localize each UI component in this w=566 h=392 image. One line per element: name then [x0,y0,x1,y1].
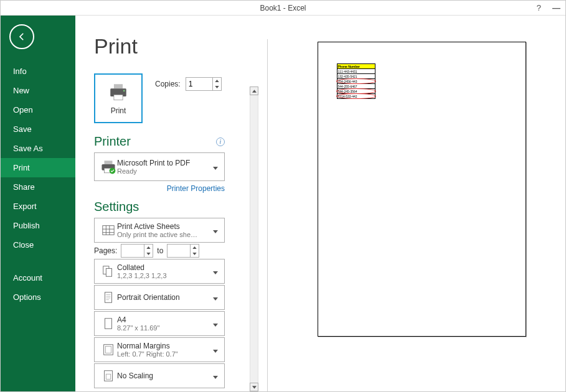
pages-to-label: to [157,246,163,255]
pages-from-input[interactable] [121,245,144,257]
print-preview: Phone Number 111-443-4431 132-435-5421 2… [278,34,565,391]
copies-up-icon[interactable] [213,78,221,84]
sidebar-item-share[interactable]: Share [1,177,75,197]
margins-dropdown[interactable]: Normal Margins Left: 0.7" Right: 0.7" [94,337,225,362]
pages-to-spinner[interactable] [167,244,199,258]
sidebar-item-close[interactable]: Close [1,235,75,254]
printer-properties-link[interactable]: Printer Properties [167,184,225,193]
sidebar-item-publish[interactable]: Publish [1,216,75,235]
copies-row: Copies: [155,77,222,91]
preview-cell: 5214-533-442 [337,94,375,99]
printer-dropdown[interactable]: Microsoft Print to PDF Ready [94,152,225,181]
sidebar-item-info[interactable]: Info [1,62,75,81]
printer-heading: Printer [94,134,131,149]
scroll-up-icon[interactable] [250,86,258,95]
up-icon[interactable] [191,245,199,251]
svg-rect-12 [105,319,112,329]
preview-cell: 111-443-4431 [337,69,375,74]
printer-icon [108,82,129,103]
preview-cell: 544-245-3564 [337,89,375,94]
main-area: Print Print Copies: [75,16,565,391]
chevron-down-icon [213,370,219,381]
pages-label: Pages: [94,246,117,255]
sidebar-item-save[interactable]: Save [1,119,75,139]
copies-input[interactable] [186,78,212,90]
preview-header: Phone Number [337,64,375,69]
svg-point-3 [123,90,125,91]
svg-rect-10 [106,268,111,276]
sidebar-item-account[interactable]: Account [1,268,75,287]
copies-label: Copies: [155,80,181,88]
printer-name: Microsoft Print to PDF [117,159,213,167]
collate-dropdown[interactable]: Collated 1,2,3 1,2,3 1,2,3 [94,259,225,284]
margins-icon [100,343,117,357]
sidebar-item-options[interactable]: Options [1,287,75,307]
sidebar-item-new[interactable]: New [1,81,75,100]
pages-from-spinner[interactable] [121,244,153,258]
collate-sub: 1,2,3 1,2,3 1,2,3 [117,272,213,279]
print-button[interactable]: Print [94,73,143,123]
window-title: Book1 - Excel [260,4,306,12]
preview-cell: 544-255-6467 [337,84,375,89]
settings-heading: Settings [94,200,225,214]
copies-spinner[interactable] [186,77,222,91]
sheets-icon [100,223,117,237]
preview-cell: 132-435-5421 [337,74,375,79]
scroll-down-icon[interactable] [250,383,258,391]
page-title: Print [94,34,250,58]
titlebar: Book1 - Excel ? — [1,1,565,16]
scroll-track[interactable] [250,95,258,383]
scaling-icon [100,369,117,383]
preview-cell: 254-2456-443 [337,79,375,84]
up-icon[interactable] [144,245,153,251]
printer-status: Ready [117,167,213,175]
down-icon[interactable] [191,251,199,257]
chevron-down-icon [213,266,219,277]
back-arrow-icon [16,30,28,43]
collate-icon [100,264,117,278]
svg-rect-14 [105,347,111,353]
chevron-down-icon [213,292,219,303]
print-settings-pane: Print Print Copies: [75,34,250,391]
chevron-down-icon [213,161,219,172]
page-icon [100,317,117,330]
back-button[interactable] [9,24,34,49]
svg-rect-4 [105,161,113,164]
window-controls: ? — [537,3,560,12]
scaling-dropdown[interactable]: No Scaling [94,363,225,388]
print-what-sub: Only print the active she… [117,231,213,238]
print-what-dropdown[interactable]: Print Active Sheets Only print the activ… [94,218,225,243]
orientation-dropdown[interactable]: Portrait Orientation [94,285,225,310]
svg-rect-0 [114,84,123,88]
chevron-down-icon [213,225,219,236]
backstage-body: Info New Open Save Save As Print Share E… [1,16,565,391]
chevron-down-icon [213,344,219,355]
print-button-label: Print [111,106,126,115]
portrait-icon [100,291,117,304]
paper-sub: 8.27" x 11.69" [117,324,213,332]
sidebar-item-saveas[interactable]: Save As [1,139,75,158]
help-icon[interactable]: ? [537,3,541,12]
minimize-icon[interactable]: — [552,3,560,12]
collate-title: Collated [117,263,213,272]
orientation-title: Portrait Orientation [117,293,213,302]
chevron-down-icon [213,318,219,329]
margins-title: Normal Margins [117,342,213,350]
pages-to-input[interactable] [167,245,190,257]
print-row: Print Copies: [94,73,250,123]
printer-properties-row: Printer Properties [94,182,225,194]
down-icon[interactable] [144,251,153,257]
printer-heading-row: Printer i [94,134,225,149]
svg-rect-16 [106,374,110,379]
paper-size-dropdown[interactable]: A4 8.27" x 11.69" [94,311,225,336]
sidebar-item-print[interactable]: Print [1,158,75,177]
svg-rect-11 [105,292,112,303]
backstage-sidebar: Info New Open Save Save As Print Share E… [1,16,75,391]
sidebar-item-export[interactable]: Export [1,197,75,216]
info-icon[interactable]: i [216,138,225,146]
settings-scrollbar[interactable] [250,86,261,391]
sidebar-item-open[interactable]: Open [1,100,75,119]
vertical-divider [267,39,268,391]
paper-title: A4 [117,315,213,324]
copies-down-icon[interactable] [213,84,221,90]
